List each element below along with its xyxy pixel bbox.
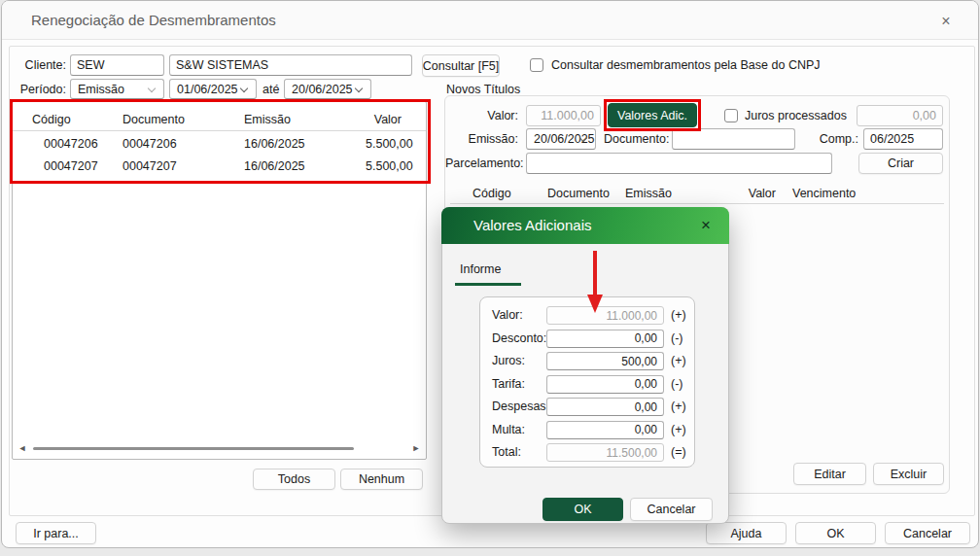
field-label: Juros: <box>492 354 525 367</box>
modal-ok-button[interactable]: OK <box>542 498 623 521</box>
horizontal-scrollbar[interactable]: ◄ ► <box>16 442 423 454</box>
field-label: Multa: <box>492 423 525 436</box>
periodo-de-select[interactable]: 01/06/2025 <box>169 79 257 99</box>
parcelamento-label: Parcelamento: <box>445 156 521 170</box>
nenhum-button[interactable]: Nenhum <box>340 469 423 490</box>
periodo-ate-select[interactable]: 20/06/2025 <box>284 79 371 99</box>
documento-field[interactable] <box>672 128 795 150</box>
cnpj-checkbox-label: Consultar desmembramentos pela Base do C… <box>551 58 821 72</box>
cell-codigo: 00047207 <box>13 159 122 173</box>
field-row-juros: Juros: (+) <box>480 352 694 371</box>
modal-close-icon[interactable]: × <box>694 214 718 237</box>
nt-header-documento: Documento <box>547 187 610 200</box>
ate-label: até <box>262 83 279 96</box>
valor-field <box>526 105 601 126</box>
chevron-down-icon <box>148 85 156 92</box>
field-suffix: (-) <box>671 377 683 391</box>
nt-header-valor: Valor <box>718 187 776 200</box>
table-separator <box>450 203 944 204</box>
header-emissao: Emissão <box>244 113 366 126</box>
cliente-name-field[interactable] <box>169 54 412 76</box>
excluir-button[interactable]: Excluir <box>873 463 944 485</box>
comp-label: Comp.: <box>818 132 858 146</box>
cancelar-button[interactable]: Cancelar <box>885 522 970 544</box>
field-label: Tarifa: <box>492 377 525 391</box>
field-row-multa: Multa: (+) <box>480 421 694 440</box>
ir-para-button[interactable]: Ir para... <box>16 522 96 544</box>
field-suffix: (+) <box>671 423 686 436</box>
table-row[interactable]: 00047206 00047206 16/06/2025 5.500,00 <box>13 133 426 155</box>
cnpj-checkbox[interactable] <box>530 58 543 72</box>
field-label: Despesas: <box>492 400 549 413</box>
cell-valor: 5.500,00 <box>366 137 438 151</box>
tarifa-field[interactable] <box>546 375 664 394</box>
emissao-select[interactable]: 20/06/2025 <box>526 128 596 150</box>
field-suffix: (+) <box>671 308 686 322</box>
nt-header-vencimento: Vencimento <box>792 187 856 200</box>
scroll-left-icon[interactable]: ◄ <box>16 443 29 453</box>
header-documento: Documento <box>122 113 244 126</box>
scroll-thumb[interactable] <box>33 447 354 450</box>
consultar-button[interactable]: Consultar [F5] <box>422 54 500 77</box>
red-arrow-icon <box>584 249 606 315</box>
close-icon[interactable]: × <box>933 9 959 34</box>
modal-fields-panel: Valor: (+) Desconto: (-) Juros: (+) Tari… <box>479 296 695 468</box>
documento-label: Documento: <box>604 132 669 146</box>
multa-field[interactable] <box>546 421 664 439</box>
juros-field[interactable] <box>546 352 664 370</box>
tab-informe[interactable]: Informe <box>460 262 501 276</box>
despesas-field[interactable] <box>546 398 664 416</box>
field-suffix: (+) <box>671 354 686 367</box>
valores-adic-button[interactable]: Valores Adic. <box>608 103 697 127</box>
periodo-de-value: 01/06/2025 <box>177 83 238 96</box>
valores-adicionais-modal: Valores Adicionais × Informe Valor: (+) … <box>441 207 729 524</box>
field-label: Total: <box>492 445 521 459</box>
cell-documento: 00047207 <box>122 159 244 173</box>
field-label: Desconto: <box>492 331 546 345</box>
novos-titulos-group-label: Novos Títulos <box>446 83 520 96</box>
criar-button[interactable]: Criar <box>858 153 943 174</box>
juros-processados-checkbox[interactable] <box>724 109 738 122</box>
todos-button[interactable]: Todos <box>253 469 335 490</box>
cell-emissao: 16/06/2025 <box>244 159 366 173</box>
cell-codigo: 00047206 <box>13 137 122 151</box>
field-suffix: (=) <box>671 445 686 459</box>
ajuda-button[interactable]: Ajuda <box>706 522 787 544</box>
field-suffix: (-) <box>671 331 683 345</box>
juros-valor-field <box>857 105 943 126</box>
chevron-down-icon <box>240 85 248 92</box>
tab-underline <box>455 283 521 286</box>
header-valor: Valor <box>366 113 426 126</box>
dialog-window: Renegociação de Desmembramentos × Client… <box>1 0 979 548</box>
editar-button[interactable]: Editar <box>793 463 866 485</box>
header-codigo: Código <box>13 113 122 126</box>
scroll-right-icon[interactable]: ► <box>409 443 423 453</box>
chevron-down-icon <box>355 85 363 92</box>
desconto-field[interactable] <box>546 330 664 348</box>
periodo-tipo-select[interactable]: Emissão <box>70 79 164 99</box>
valor-label: Valor: <box>445 109 518 122</box>
comp-field[interactable] <box>863 128 943 150</box>
juros-processados-label: Juros processados <box>745 109 847 122</box>
ok-button[interactable]: OK <box>795 522 876 544</box>
scroll-track[interactable] <box>29 442 409 454</box>
cell-emissao: 16/06/2025 <box>244 137 366 151</box>
titlebar: Renegociação de Desmembramentos × <box>2 1 978 40</box>
field-row-despesas: Despesas: (+) <box>480 398 694 417</box>
desmembramentos-list[interactable]: Código Documento Emissão Valor 00047206 … <box>12 101 427 460</box>
modal-title: Valores Adicionais <box>473 207 591 244</box>
modal-titlebar: Valores Adicionais × <box>441 207 729 244</box>
field-label: Valor: <box>492 308 523 322</box>
cliente-code-field[interactable] <box>70 54 164 76</box>
periodo-tipo-value: Emissão <box>78 83 124 96</box>
total-field <box>546 443 664 462</box>
parcelamento-field[interactable] <box>526 153 832 174</box>
field-row-desconto: Desconto: (-) <box>480 330 694 349</box>
nt-header-emissao: Emissão <box>625 187 672 200</box>
field-suffix: (+) <box>671 400 686 413</box>
modal-cancelar-button[interactable]: Cancelar <box>630 498 713 521</box>
table-row[interactable]: 00047207 00047207 16/06/2025 5.500,00 <box>13 156 426 177</box>
field-row-tarifa: Tarifa: (-) <box>480 375 694 395</box>
emissao-label: Emissão: <box>445 132 518 146</box>
periodo-ate-value: 20/06/2025 <box>292 83 353 96</box>
